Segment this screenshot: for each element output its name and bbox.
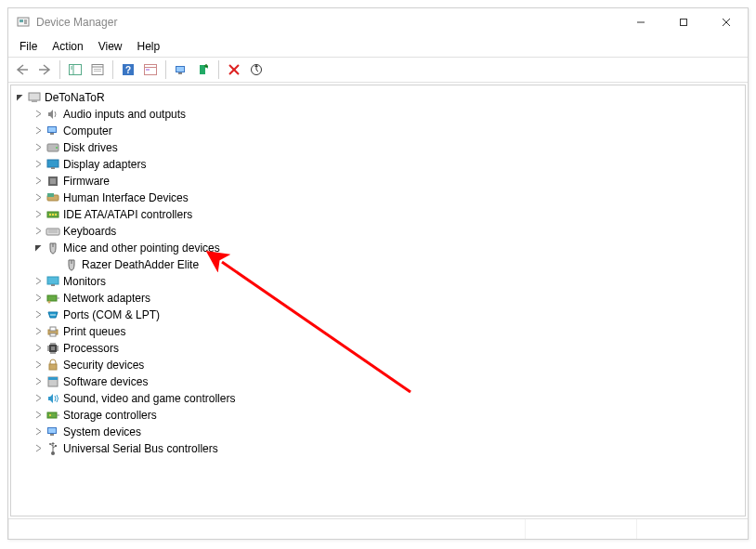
- chevron-right-icon[interactable]: [32, 327, 45, 337]
- chevron-right-icon[interactable]: [32, 360, 45, 371]
- usb-icon: [46, 441, 60, 456]
- close-button[interactable]: [705, 8, 748, 36]
- window-title: Device Manager: [36, 16, 117, 29]
- minimize-button[interactable]: [619, 8, 662, 36]
- svg-rect-2: [24, 20, 27, 24]
- svg-rect-37: [50, 178, 56, 184]
- menu-view[interactable]: View: [91, 38, 130, 55]
- svg-point-71: [49, 443, 51, 445]
- chevron-right-icon[interactable]: [32, 294, 45, 304]
- tree-node-keyboards[interactable]: Keyboards: [13, 223, 743, 240]
- tree-node-hid[interactable]: Human Interface Devices: [13, 190, 743, 206]
- tree-node-label: System devices: [63, 425, 141, 438]
- tree-node-network[interactable]: Network adapters: [13, 290, 743, 307]
- tree-root[interactable]: DeToNaToR: [13, 89, 743, 106]
- svg-rect-72: [55, 445, 57, 447]
- chevron-right-icon[interactable]: [32, 444, 45, 454]
- chevron-right-icon[interactable]: [32, 310, 45, 320]
- svg-rect-57: [50, 327, 56, 331]
- ide-icon: [46, 207, 60, 222]
- computer-icon: [27, 90, 42, 105]
- tree-node-storage[interactable]: Storage controllers: [13, 407, 743, 424]
- tree-node-label: Human Interface Devices: [63, 191, 189, 204]
- svg-point-65: [49, 414, 51, 416]
- tree-node-mice[interactable]: Mice and other pointing devices: [13, 240, 743, 256]
- chevron-right-icon[interactable]: [32, 227, 45, 237]
- show-hide-console-tree-button[interactable]: [65, 59, 85, 80]
- tree-node-security[interactable]: Security devices: [13, 357, 743, 373]
- help-button[interactable]: ?: [118, 59, 138, 80]
- tree-node-label: Mice and other pointing devices: [63, 242, 220, 255]
- chevron-right-icon[interactable]: [32, 427, 45, 438]
- monitor-icon: [46, 274, 60, 289]
- tree-node-label: Processors: [63, 342, 119, 355]
- tree-node-sound[interactable]: Sound, video and game controllers: [13, 390, 743, 407]
- toolbar: ?: [8, 57, 748, 83]
- tree-node-firmware[interactable]: Firmware: [13, 173, 743, 190]
- tree-node-label: Network adapters: [63, 292, 150, 305]
- device-tree-container[interactable]: DeToNaToR Audio inputs and outputs Compu…: [10, 85, 746, 516]
- tree-node-label: Software devices: [63, 375, 148, 388]
- chevron-right-icon[interactable]: [32, 277, 45, 287]
- tree-node-audio[interactable]: Audio inputs and outputs: [13, 106, 743, 123]
- tree-node-label: Audio inputs and outputs: [63, 108, 186, 121]
- security-icon: [46, 358, 60, 373]
- chevron-right-icon[interactable]: [32, 176, 45, 187]
- svg-rect-58: [50, 333, 56, 336]
- chevron-right-icon[interactable]: [32, 193, 45, 203]
- chevron-right-icon[interactable]: [32, 143, 45, 153]
- tree-node-computer[interactable]: Computer: [13, 123, 743, 139]
- tree-node-usb[interactable]: Universal Serial Bus controllers: [13, 440, 743, 457]
- update-settings-button[interactable]: [246, 59, 267, 80]
- tree-node-monitors[interactable]: Monitors: [13, 273, 743, 290]
- chevron-right-icon[interactable]: [32, 344, 45, 354]
- menu-help[interactable]: Help: [130, 38, 168, 55]
- audio-icon: [46, 107, 60, 122]
- scan-hardware-button[interactable]: [171, 59, 191, 80]
- chevron-right-icon[interactable]: [32, 210, 45, 220]
- tree-node-system[interactable]: System devices: [13, 424, 743, 440]
- add-legacy-hardware-button[interactable]: [193, 59, 214, 80]
- mouse-icon: [46, 241, 60, 255]
- chevron-down-icon[interactable]: [32, 243, 45, 254]
- svg-rect-1: [20, 20, 23, 22]
- tree-node-label: Sound, video and game controllers: [63, 392, 235, 405]
- tree-node-software[interactable]: Software devices: [13, 373, 743, 390]
- tree-node-printq[interactable]: Print queues: [13, 323, 743, 340]
- svg-rect-64: [47, 412, 57, 418]
- svg-rect-28: [32, 100, 37, 102]
- tree-node-ide[interactable]: IDE ATA/ATAPI controllers: [13, 206, 743, 223]
- svg-rect-43: [55, 214, 57, 216]
- svg-point-54: [52, 314, 54, 316]
- svg-rect-7: [70, 65, 82, 75]
- system-icon: [46, 425, 60, 439]
- software-icon: [46, 374, 60, 389]
- menu-action[interactable]: Action: [45, 38, 90, 55]
- tree-node-label: Print queues: [63, 325, 125, 338]
- menu-file[interactable]: File: [12, 38, 45, 55]
- forward-button[interactable]: [34, 59, 55, 80]
- tree-node-mice-child[interactable]: Razer DeathAdder Elite: [13, 256, 743, 273]
- tree-node-processors[interactable]: Processors: [13, 340, 743, 357]
- svg-rect-42: [52, 214, 54, 216]
- ports-icon: [46, 307, 60, 322]
- tree-node-label: Storage controllers: [63, 409, 157, 422]
- disk-icon: [46, 140, 60, 155]
- maximize-button[interactable]: [662, 8, 705, 36]
- chevron-right-icon[interactable]: [32, 160, 45, 170]
- svg-rect-31: [50, 133, 54, 135]
- chevron-right-icon[interactable]: [32, 110, 45, 120]
- properties-button[interactable]: [87, 59, 108, 80]
- svg-rect-63: [48, 377, 58, 380]
- back-button[interactable]: [12, 59, 33, 80]
- chevron-right-icon[interactable]: [32, 411, 45, 421]
- tree-node-ports[interactable]: Ports (COM & LPT): [13, 307, 743, 323]
- chevron-right-icon[interactable]: [32, 377, 45, 387]
- action-center-button[interactable]: [140, 59, 161, 80]
- chevron-down-icon[interactable]: [13, 93, 26, 103]
- tree-node-disk[interactable]: Disk drives: [13, 139, 743, 156]
- uninstall-device-button[interactable]: [224, 59, 244, 80]
- chevron-right-icon[interactable]: [32, 394, 45, 404]
- tree-node-display[interactable]: Display adapters: [13, 156, 743, 173]
- chevron-right-icon[interactable]: [32, 126, 45, 137]
